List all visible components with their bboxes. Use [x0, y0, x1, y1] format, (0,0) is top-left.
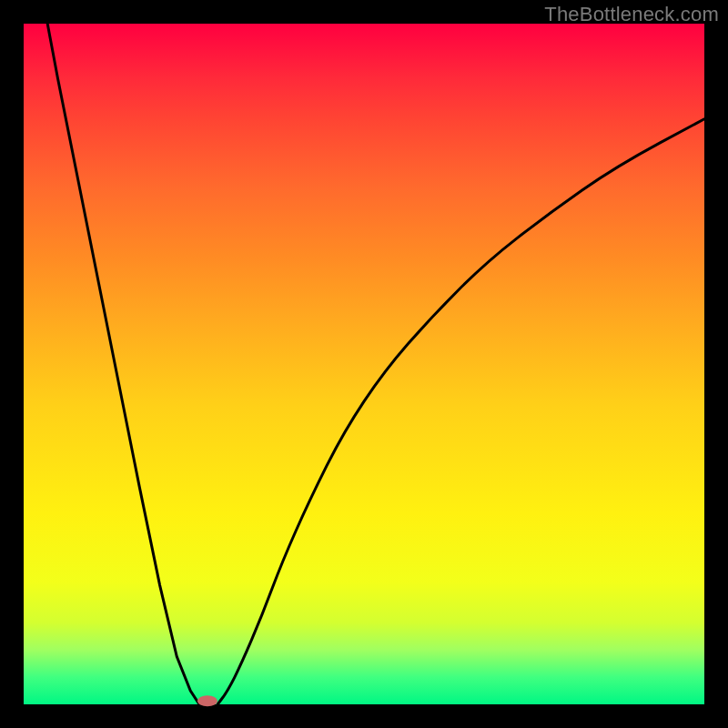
chart-marker	[197, 695, 217, 706]
chart-left-branch	[47, 24, 199, 704]
chart-stage: TheBottleneck.com	[0, 0, 728, 728]
watermark-text: TheBottleneck.com	[544, 3, 719, 26]
chart-right-branch	[217, 119, 704, 704]
chart-svg	[0, 0, 728, 728]
